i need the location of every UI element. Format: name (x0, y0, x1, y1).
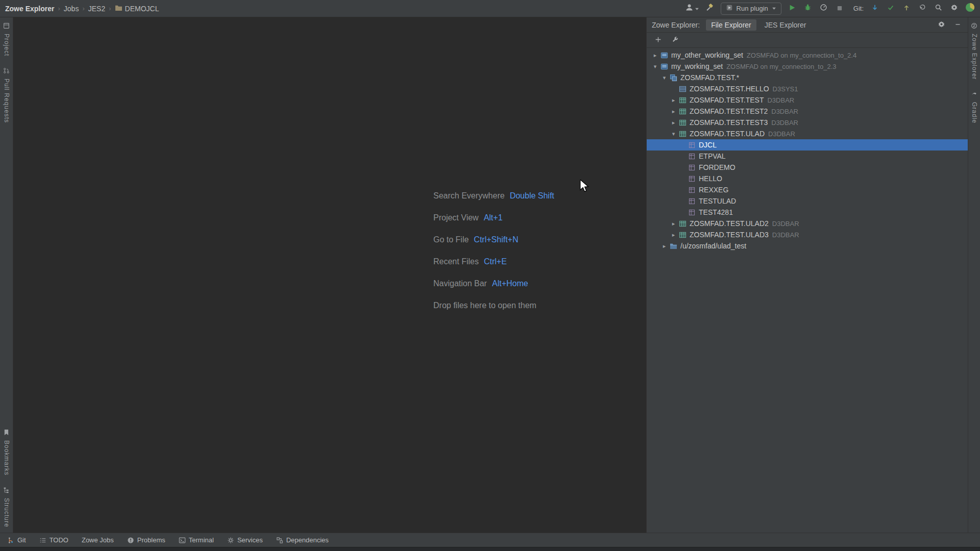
tree-row-test4281[interactable]: TEST4281 (647, 207, 968, 218)
tree-item-label: TEST4281 (699, 208, 733, 216)
profiler-button[interactable] (819, 4, 829, 14)
tree-row-zosmfad-test-test[interactable]: ▸ZOSMFAD.TEST.TESTD3DBAR (647, 94, 968, 106)
push-button[interactable] (901, 4, 912, 14)
member-icon (687, 142, 696, 148)
services-icon (227, 537, 234, 544)
stripe-button-project[interactable]: Project (3, 22, 10, 56)
chevron-right-icon[interactable]: ▸ (669, 221, 678, 227)
tree-row-fordemo[interactable]: FORDEMO (647, 162, 968, 173)
chevron-right-icon[interactable]: ▸ (651, 53, 659, 58)
build-project-button[interactable] (705, 4, 715, 14)
tree-row-zosmfad-test-ulad3[interactable]: ▸ZOSMFAD.TEST.ULAD3D3DBAR (647, 229, 968, 240)
tree-row-my-working-set[interactable]: ▾my_working_setZOSMFAD on my_connection_… (647, 61, 968, 72)
tree-item-label: ETPVAL (699, 152, 726, 160)
stripe-button-label: Project (3, 34, 10, 56)
tree-row-zosmfad-test-ulad[interactable]: ▾ZOSMFAD.TEST.ULADD3DBAR (647, 128, 968, 139)
bottom-button-dependencies[interactable]: Dependencies (276, 536, 329, 544)
bottom-button-zowe-jobs[interactable]: Zowe Jobs (82, 536, 114, 544)
hide-panel-button[interactable] (952, 20, 963, 30)
tree-row-zosmfad-test-test2[interactable]: ▸ZOSMFAD.TEST.TEST2D3DBAR (647, 106, 968, 117)
tree-item-label: ZOSMFAD.TEST.TEST3 (690, 118, 768, 127)
chevron-down-icon[interactable]: ▾ (651, 64, 659, 69)
stripe-button-label: Structure (3, 498, 10, 528)
update-project-button[interactable] (870, 4, 880, 14)
member-icon (687, 198, 696, 205)
stripe-button-bookmarks[interactable]: Bookmarks (3, 429, 10, 475)
tree-item-label: ZOSMFAD.TEST.ULAD3 (690, 231, 769, 239)
chevron-right-icon[interactable]: ▸ (669, 232, 678, 238)
tree-row-zosmfad-test-[interactable]: ▾ZOSMFAD.TEST.* (647, 72, 968, 83)
bottom-button-git[interactable]: Git (7, 536, 26, 544)
chevron-right-icon[interactable]: ▸ (669, 97, 678, 103)
right-tool-stripe: Zowe ExplorerGradle (968, 17, 980, 533)
shortcut-hint: Navigation BarAlt+Home (433, 272, 554, 294)
settings-button[interactable] (949, 4, 959, 14)
stripe-button-gradle[interactable]: Gradle (971, 91, 978, 123)
tree-item-label: my_other_working_set (671, 51, 743, 59)
user-icon (685, 3, 694, 14)
user-menu-button[interactable] (685, 3, 699, 14)
chevron-right-icon[interactable]: ▸ (669, 109, 678, 114)
tool-window-header-actions (936, 20, 963, 30)
search-icon (935, 4, 942, 13)
tree-row-testulad[interactable]: TESTULAD (647, 195, 968, 207)
tab-file-explorer[interactable]: File Explorer (706, 19, 756, 31)
rollback-button[interactable] (917, 4, 927, 14)
bottom-button-terminal[interactable]: Terminal (179, 536, 214, 544)
bottom-button-services[interactable]: Services (227, 536, 263, 544)
member-icon (687, 187, 696, 193)
shortcut-keys: Ctrl+Shift+N (474, 235, 518, 244)
commit-button[interactable] (886, 4, 896, 14)
tab-jes-explorer[interactable]: JES Explorer (760, 19, 812, 31)
todo-icon (39, 537, 46, 544)
breadcrumb-separator: › (58, 5, 60, 12)
breadcrumb-item-jobs[interactable]: Jobs (64, 5, 79, 13)
tree-item-suffix: D3DBAR (772, 231, 799, 239)
breadcrumb-item-zowe-explorer[interactable]: Zowe Explorer (5, 5, 54, 13)
zowe-explorer-panel: Zowe Explorer: File ExplorerJES Explorer… (646, 17, 968, 533)
breadcrumb-label: DEMOJCL (125, 5, 159, 13)
tree-item-label: ZOSMFAD.TEST.TEST2 (690, 107, 768, 115)
tree-row--u-zosmfad-ulad-test[interactable]: ▸/u/zosmfad/ulad_test (647, 240, 968, 252)
tree-row-zosmfad-test-ulad2[interactable]: ▸ZOSMFAD.TEST.ULAD2D3DBAR (647, 218, 968, 229)
tool-window-header: Zowe Explorer: File ExplorerJES Explorer (647, 17, 968, 33)
tree-row-rexxeg[interactable]: REXXEG (647, 184, 968, 195)
tree-row-zosmfad-test-test3[interactable]: ▸ZOSMFAD.TEST.TEST3D3DBAR (647, 117, 968, 128)
profile-avatar[interactable] (965, 4, 975, 14)
breadcrumb-item-jes2[interactable]: JES2 (88, 5, 105, 13)
stripe-button-zowe-explorer[interactable]: Zowe Explorer (971, 22, 978, 80)
edit-settings-button[interactable] (670, 35, 680, 45)
panel-options-button[interactable] (936, 20, 946, 30)
stripe-button-structure[interactable]: Structure (3, 487, 10, 528)
editor-area[interactable]: Search EverywhereDouble ShiftProject Vie… (13, 17, 646, 533)
chevron-right-icon[interactable]: ▸ (669, 120, 678, 126)
shortcut-hint: Go to FileCtrl+Shift+N (433, 229, 554, 251)
bottom-button-label: Git (17, 536, 26, 544)
debug-button[interactable] (803, 4, 813, 14)
breadcrumb-item-demojcl[interactable]: DEMOJCL (115, 5, 159, 13)
run-configuration-select[interactable]: Run plugin (721, 3, 781, 15)
tree-row-djcl[interactable]: DJCL (647, 139, 968, 151)
tree-row-my-other-working-set[interactable]: ▸my_other_working_setZOSMFAD on my_conne… (647, 49, 968, 61)
stop-button[interactable] (835, 4, 845, 14)
bottom-button-todo[interactable]: TODO (39, 536, 68, 544)
stripe-button-pull-requests[interactable]: Pull Requests (3, 67, 10, 123)
toolbar-actions: Run pluginGit: (685, 3, 975, 15)
add-working-set-button[interactable] (653, 35, 663, 45)
tree-item-suffix: ZOSMFAD on my_connection_to_2.3 (726, 63, 836, 70)
bottom-button-label: Dependencies (286, 536, 329, 544)
chevron-right-icon[interactable]: ▸ (660, 243, 669, 249)
run-button[interactable] (787, 4, 797, 14)
chevron-down-icon[interactable]: ▾ (660, 75, 669, 81)
shortcut-label: Navigation Bar (433, 279, 487, 288)
dataset-pds-icon (678, 130, 687, 138)
search-everywhere-button[interactable] (933, 4, 943, 14)
tree-row-hello[interactable]: HELLO (647, 173, 968, 184)
bottom-button-label: Problems (137, 536, 165, 544)
tree-row-zosmfad-test-hello[interactable]: ZOSMFAD.TEST.HELLOD3SYS1 (647, 83, 968, 94)
bottom-button-problems[interactable]: Problems (127, 536, 165, 544)
chevron-down-icon[interactable]: ▾ (669, 131, 678, 137)
tree-row-etpval[interactable]: ETPVAL (647, 151, 968, 162)
shortcut-hint: Project ViewAlt+1 (433, 207, 554, 229)
tree-item-suffix: D3SYS1 (773, 85, 798, 93)
